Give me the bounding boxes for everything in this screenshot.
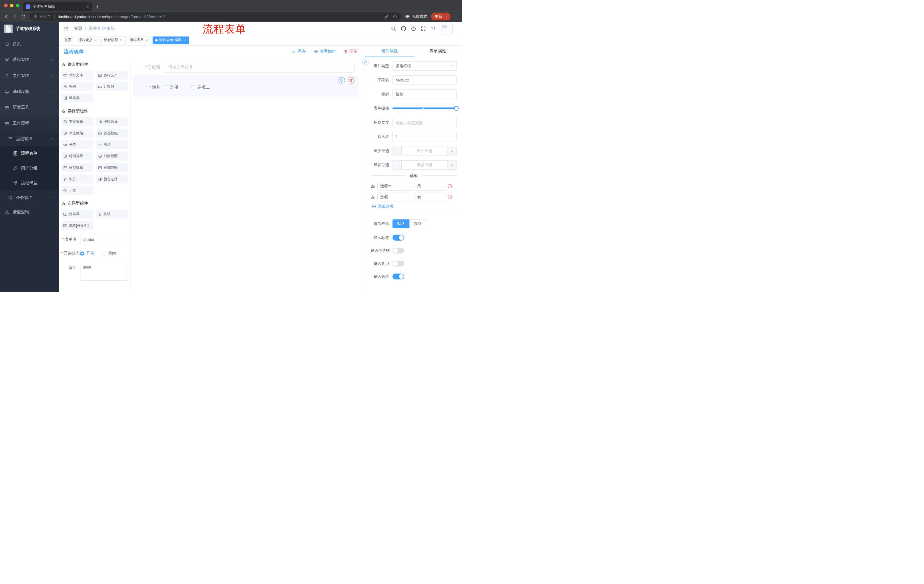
tag-process-definition[interactable]: 流程定义 (76, 36, 100, 44)
fullscreen-icon[interactable] (421, 26, 426, 31)
palette-item-date-range[interactable]: 日期范围 (96, 163, 128, 172)
search-icon[interactable] (391, 26, 396, 31)
link-icon[interactable] (362, 59, 369, 66)
palette-item-checkbox-group[interactable]: 多选框组 (96, 128, 128, 137)
sidebar-item-home[interactable]: 首页 (0, 36, 59, 52)
decrease-button[interactable]: − (393, 146, 402, 155)
palette-item-row-container[interactable]: 行容器 (61, 210, 93, 219)
close-icon[interactable] (145, 39, 148, 42)
tag-home[interactable]: 首页 (62, 36, 74, 44)
checkbox-box[interactable] (191, 86, 195, 89)
update-button[interactable]: 更新 (431, 13, 450, 20)
avatar[interactable] (441, 23, 452, 34)
sidebar-item-leave-query[interactable]: 请假查询 (0, 205, 59, 220)
phone-field-input[interactable] (164, 62, 355, 72)
palette-item-radio-group[interactable]: 单选框组 (61, 128, 93, 137)
palette-item-button[interactable]: 按钮 (96, 210, 128, 219)
new-tab-icon[interactable] (96, 5, 99, 8)
checkbox-box[interactable] (164, 86, 168, 89)
tag-process-model[interactable]: 流程模型 (101, 36, 126, 44)
breadcrumb-home[interactable]: 首页 (74, 26, 82, 31)
option-value-input[interactable] (414, 182, 445, 191)
sidebar-item-task-management[interactable]: 任务管理 (0, 190, 59, 205)
label-width-input[interactable] (393, 118, 457, 127)
form-grid-slider[interactable] (393, 104, 457, 113)
logo[interactable]: 芋道管理系统 (0, 22, 59, 36)
palette-item-date-picker[interactable]: 日期选择 (61, 163, 93, 172)
minimize-window-button[interactable] (10, 4, 13, 7)
form-remark-textarea[interactable]: 嘿嘿 (80, 263, 128, 281)
option-value-input[interactable] (414, 192, 445, 201)
drag-handle-icon[interactable] (371, 195, 375, 199)
palette-item-password[interactable]: 密码 (61, 82, 93, 91)
field-name-input[interactable] (393, 76, 457, 85)
save-button[interactable]: 保存 (292, 49, 305, 54)
zoom-window-button[interactable] (16, 4, 20, 7)
option-label-input[interactable] (377, 192, 412, 201)
palette-item-switch[interactable]: 开关 (61, 140, 93, 149)
sidebar-item-system-management[interactable]: 系统管理 (0, 52, 59, 68)
radio-closed[interactable]: 关闭 (102, 251, 116, 256)
palette-item-single-line-text[interactable]: 单行文本 (61, 71, 93, 79)
palette-item-time-range[interactable]: 时间范围 (96, 152, 128, 161)
forward-icon[interactable] (13, 14, 17, 18)
palette-item-rich-editor[interactable]: 编辑器 (61, 94, 93, 102)
sidebar-item-process-model[interactable]: 流程模型 (0, 175, 59, 190)
view-json-button[interactable]: 查看json (314, 49, 336, 54)
font-size-icon[interactable] (431, 26, 436, 31)
sidebar-item-payment-management[interactable]: 支付管理 (0, 68, 59, 84)
slider-handle[interactable] (454, 106, 459, 110)
drag-handle-icon[interactable] (371, 184, 375, 188)
kebab-menu-icon[interactable] (444, 14, 448, 18)
required-toggle[interactable] (393, 273, 404, 280)
sidebar-item-workflow[interactable]: 工作流程 (0, 115, 59, 132)
increase-button[interactable]: + (447, 161, 456, 169)
close-icon[interactable] (183, 39, 186, 42)
sidebar-item-user-group[interactable]: 用户分组 (0, 161, 59, 176)
sidebar-item-process-form[interactable]: 流程表单 (0, 146, 59, 161)
star-icon[interactable] (393, 14, 397, 18)
key-icon[interactable] (384, 14, 389, 18)
border-toggle[interactable] (393, 248, 404, 254)
palette-item-select[interactable]: 下拉选择 (61, 117, 93, 126)
sidebar-item-process-management[interactable]: 流程管理 (0, 132, 59, 146)
option-label-input[interactable] (377, 182, 412, 191)
radio-open[interactable]: 开启 (80, 251, 94, 256)
security-label[interactable]: 不安全 (40, 14, 51, 19)
component-type-select[interactable]: 多选框组 (393, 61, 457, 71)
title-input[interactable] (393, 89, 457, 99)
palette-item-table[interactable]: 表格[开发中] (61, 221, 93, 230)
tab-component-properties[interactable]: 组件属性 (365, 45, 414, 57)
palette-item-cascader[interactable]: 级联选择 (96, 117, 128, 126)
checkbox-option-1[interactable]: 选项一 (164, 85, 182, 90)
form-name-input[interactable] (80, 235, 128, 244)
copy-component-button[interactable] (338, 77, 345, 84)
decrease-button[interactable]: − (393, 161, 402, 169)
palette-item-slider[interactable]: 滑块 (96, 140, 128, 149)
slider-track[interactable] (393, 107, 457, 109)
back-icon[interactable] (4, 14, 8, 18)
palette-item-time-picker[interactable]: 时间选择 (61, 152, 93, 161)
tag-process-form[interactable]: 流程表单 (127, 36, 151, 44)
add-option-button[interactable]: 添加选项 (372, 204, 457, 209)
chevron-down-icon[interactable] (454, 16, 458, 20)
palette-item-multi-line-text[interactable]: 多行文本 (96, 71, 128, 79)
phone-field-row[interactable]: 手机号 (133, 62, 358, 72)
selected-component-gender[interactable]: 性别 选项一 选项二 (133, 75, 358, 97)
minus-circle-icon[interactable] (447, 184, 452, 188)
clear-button[interactable]: 清空 (344, 49, 358, 54)
sidebar-item-infrastructure[interactable]: 基础设施 (0, 84, 59, 100)
reload-icon[interactable] (21, 14, 25, 18)
checkbox-option-2[interactable]: 选项二 (191, 85, 210, 90)
sidebar-item-dev-tools[interactable]: 研发工具 (0, 99, 59, 115)
palette-item-counter[interactable]: 计数器 (96, 82, 128, 91)
default-value-input[interactable] (393, 132, 457, 141)
github-icon[interactable] (401, 26, 406, 31)
palette-item-upload[interactable]: 上传 (61, 186, 93, 195)
option-style-button-button[interactable]: 按钮 (410, 219, 427, 228)
form-canvas[interactable]: 手机号 性别 (131, 58, 365, 292)
increase-button[interactable]: + (447, 146, 456, 155)
tab-close-icon[interactable] (86, 5, 89, 8)
close-icon[interactable] (94, 39, 97, 42)
disabled-toggle[interactable] (393, 261, 404, 267)
